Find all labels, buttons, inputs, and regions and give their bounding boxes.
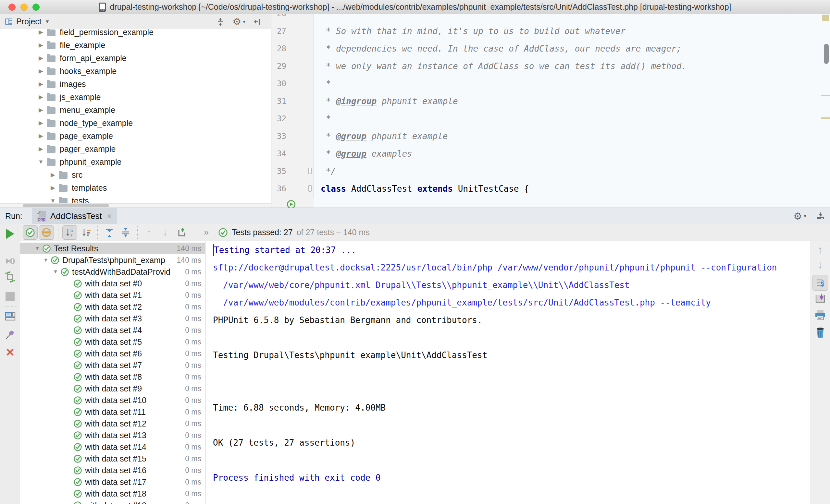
test-tree-row-with-data-set-15[interactable]: with data set #150 ms (20, 453, 205, 464)
warning-stripe-marker[interactable] (822, 14, 829, 21)
editor-line-28[interactable]: 28 * dependencies we need. In the case o… (272, 40, 830, 58)
stop-icon[interactable] (5, 292, 14, 301)
close-icon[interactable]: ✕ (5, 347, 15, 358)
chevron-down-icon[interactable]: ▼ (35, 159, 47, 165)
editor-scrollbar-thumb[interactable] (824, 44, 829, 64)
rerun-auto-icon[interactable] (4, 271, 16, 283)
project-tree-item-pager-example[interactable]: ▶pager_example (0, 142, 269, 155)
editor-line-29[interactable]: 29 * we only want an instance of AddClas… (272, 58, 830, 75)
close-window-button[interactable] (8, 4, 15, 11)
project-tree-item-node-type-example[interactable]: ▶node_type_example (0, 116, 269, 129)
pin-tab-icon[interactable] (4, 329, 16, 341)
test-tree-row-with-data-set-2[interactable]: with data set #20 ms (20, 301, 205, 313)
chevron-right-icon[interactable]: ▶ (35, 132, 47, 139)
test-tree-row-with-data-set-6[interactable]: with data set #60 ms (20, 348, 205, 359)
fold-marker-icon[interactable] (308, 185, 312, 192)
test-tree-row-with-data-set-14[interactable]: with data set #140 ms (20, 441, 205, 453)
rerun-play-icon[interactable] (6, 229, 14, 239)
test-tree-row-drupal-tests-phpunit-examp[interactable]: ▼ Drupal\Tests\phpunit_examp140 ms (20, 254, 205, 266)
project-tree-item-tests[interactable]: ▼tests (0, 194, 269, 203)
test-tree-row-with-data-set-10[interactable]: with data set #100 ms (20, 394, 205, 406)
project-tree-item-form-api-example[interactable]: ▶form_api_example (0, 52, 269, 65)
collapse-all-button[interactable] (118, 226, 133, 240)
test-tree-row-with-data-set-17[interactable]: with data set #170 ms (20, 476, 205, 488)
project-tree-item-src[interactable]: ▶src (0, 168, 269, 181)
editor-line-30[interactable]: 30 * (272, 75, 830, 93)
editor-line-32[interactable]: 32 * (272, 110, 830, 128)
show-ignored-toggle[interactable] (39, 226, 54, 240)
print-icon[interactable] (814, 309, 826, 321)
test-tree-row-with-data-set-3[interactable]: with data set #30 ms (20, 313, 205, 324)
chevron-right-icon[interactable]: ▶ (35, 67, 47, 75)
chevron-down-icon[interactable]: ▼ (41, 257, 51, 263)
test-tree-row-with-data-set-12[interactable]: with data set #120 ms (20, 418, 205, 429)
settings-gear-icon[interactable]: ⚙ (793, 210, 802, 222)
test-tree-row-testaddwithbaddataprovid[interactable]: ▼ testAddWithBadDataProvid0 ms (20, 266, 205, 278)
test-tree-row-with-data-set-1[interactable]: with data set #10 ms (20, 289, 205, 301)
project-tree-item-menu-example[interactable]: ▶menu_example (0, 103, 269, 116)
project-tree-item-field-permission-example[interactable]: ▶field_permission_example (0, 29, 269, 39)
restore-layout-icon[interactable] (4, 310, 16, 322)
fold-marker-icon[interactable] (308, 168, 312, 174)
test-tree-row-with-data-set-16[interactable]: with data set #160 ms (20, 464, 205, 476)
run-console[interactable]: Testing started at 20:37 ...sftp://docke… (206, 241, 810, 504)
chevron-down-icon[interactable]: ▼ (51, 269, 60, 275)
zoom-window-button[interactable] (32, 4, 40, 11)
test-tree-row-with-data-set-9[interactable]: with data set #90 ms (20, 383, 205, 394)
editor-line-34[interactable]: 34 * @group examples (272, 145, 830, 163)
chevron-down-icon[interactable]: ▼ (47, 198, 59, 203)
down-stack-icon[interactable]: ↓ (818, 259, 823, 271)
warning-stripe-marker[interactable] (821, 117, 830, 119)
project-panel-title[interactable]: Project (16, 17, 41, 26)
minimize-window-button[interactable] (21, 4, 28, 11)
editor-line-36[interactable]: 36 class AddClassTest extends UnitTestCa… (272, 180, 830, 198)
chevron-down-icon[interactable]: ▼ (32, 245, 42, 251)
run-settings-group[interactable]: ⚙ ▼ (793, 210, 807, 222)
test-tree-row-with-data-set-8[interactable]: with data set #80 ms (20, 371, 205, 383)
chevron-right-icon[interactable]: ▶ (47, 184, 59, 191)
next-occurrence-button[interactable]: ↓ (158, 226, 173, 240)
sort-by-duration-toggle[interactable] (78, 226, 94, 240)
editor-line-35[interactable]: 35 */ (272, 163, 830, 180)
test-tree-row-with-data-set-18[interactable]: with data set #180 ms (20, 488, 205, 500)
project-settings-group[interactable]: ⚙ ▼ (232, 16, 246, 27)
test-tree-row-with-data-set-19[interactable]: with data set #190 ms (20, 500, 205, 504)
run-test-gutter-icon[interactable] (286, 199, 296, 208)
clear-all-icon[interactable] (815, 326, 826, 339)
editor-line-33[interactable]: 33 * @group phpunit_example (272, 128, 830, 145)
sort-alphabetically-toggle[interactable]: a z (62, 226, 77, 240)
chevron-right-icon[interactable]: ▶ (35, 41, 47, 48)
project-tree-item-file-example[interactable]: ▶file_example (0, 39, 269, 52)
editor-line-31[interactable]: 31 * @ingroup phpunit_example (272, 93, 830, 110)
up-stack-icon[interactable]: ↑ (818, 244, 823, 256)
editor-line-26[interactable]: 26 (272, 14, 830, 22)
project-tree-item-phpunit-example[interactable]: ▼phpunit_example (0, 155, 269, 168)
chevron-right-icon[interactable]: ▶ (35, 145, 47, 153)
chevron-right-icon[interactable]: ▶ (35, 55, 47, 62)
expand-all-button[interactable] (102, 226, 117, 240)
project-tree-item-images[interactable]: ▶images (0, 77, 269, 91)
collapse-all-icon[interactable] (216, 17, 225, 27)
chevron-right-icon[interactable]: ▶ (35, 106, 47, 113)
code-editor[interactable]: 2627 * So with that in mind, it's up to … (272, 14, 830, 208)
scroll-to-end-icon[interactable] (815, 293, 826, 304)
previous-occurrence-button[interactable]: ↑ (141, 226, 156, 240)
hide-panel-icon[interactable] (254, 17, 263, 27)
test-tree-row-with-data-set-7[interactable]: with data set #70 ms (20, 359, 205, 371)
rerun-failed-tests-icon[interactable] (4, 255, 16, 267)
editor-line-27[interactable]: 27 * So with that in mind, it's up to us… (272, 22, 830, 40)
project-tree-item-page-example[interactable]: ▶page_example (0, 129, 269, 142)
show-passed-toggle[interactable] (23, 226, 38, 240)
scrollbar-thumb[interactable] (23, 204, 109, 207)
project-tree-item-hooks-example[interactable]: ▶hooks_example (0, 65, 269, 77)
test-tree-row-with-data-set-5[interactable]: with data set #50 ms (20, 336, 205, 348)
chevron-right-icon[interactable]: ▶ (35, 80, 47, 88)
test-tree-row-with-data-set-4[interactable]: with data set #40 ms (20, 324, 205, 336)
run-tab-addclasstest[interactable]: ✓ php AddClassTest × (32, 208, 117, 224)
project-tree-item-js-example[interactable]: ▶js_example (0, 91, 269, 103)
test-tree-row-with-data-set-13[interactable]: with data set #130 ms (20, 429, 205, 441)
soft-wrap-toggle[interactable] (812, 275, 828, 291)
overflow-chevrons-icon[interactable]: » (204, 227, 210, 237)
project-horizontal-scrollbar[interactable] (0, 203, 271, 208)
chevron-right-icon[interactable]: ▶ (35, 93, 47, 101)
